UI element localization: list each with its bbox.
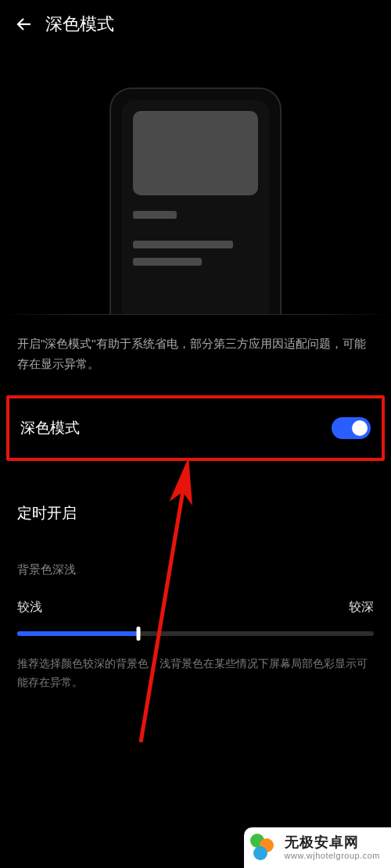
slider-thumb[interactable] xyxy=(137,627,141,641)
dark-mode-preview xyxy=(0,48,391,314)
dark-mode-switch[interactable] xyxy=(332,417,371,439)
arrow-left-icon xyxy=(15,15,34,34)
scheduled-enable-row[interactable]: 定时开启 xyxy=(0,477,391,550)
dark-mode-toggle-row[interactable]: 深色模式 xyxy=(9,398,382,458)
watermark: 无极安卓网 www.wjhotelgroup.com xyxy=(244,827,392,868)
preview-image-block xyxy=(133,111,258,195)
scheduled-enable-label: 定时开启 xyxy=(17,505,77,521)
app-bar: 深色模式 xyxy=(0,0,391,48)
dark-mode-toggle-highlight: 深色模式 xyxy=(6,395,385,461)
dark-mode-description: 开启"深色模式"有助于系统省电，部分第三方应用因适配问题，可能存在显示异常。 xyxy=(0,315,391,395)
page-title: 深色模式 xyxy=(45,13,114,36)
watermark-url: www.wjhotelgroup.com xyxy=(285,851,381,860)
bg-depth-min-label: 较浅 xyxy=(17,599,42,616)
phone-screen xyxy=(122,100,269,314)
slider-fill xyxy=(17,631,138,636)
bg-depth-hint: 推荐选择颜色较深的背景色，浅背景色在某些情况下屏幕局部色彩显示可能存在异常。 xyxy=(0,638,391,692)
dark-mode-toggle-label: 深色模式 xyxy=(20,418,80,438)
watermark-name: 无极安卓网 xyxy=(285,835,381,851)
bg-depth-slider[interactable] xyxy=(17,630,374,638)
watermark-logo-icon xyxy=(250,834,278,862)
preview-line xyxy=(133,241,233,248)
back-button[interactable] xyxy=(11,11,38,38)
phone-frame xyxy=(109,88,282,314)
preview-line xyxy=(133,211,177,219)
bg-depth-section-label: 背景色深浅 xyxy=(0,550,391,585)
preview-line xyxy=(133,258,202,266)
bg-depth-max-label: 较深 xyxy=(349,599,374,616)
bg-depth-slider-labels: 较浅 较深 xyxy=(0,585,391,625)
